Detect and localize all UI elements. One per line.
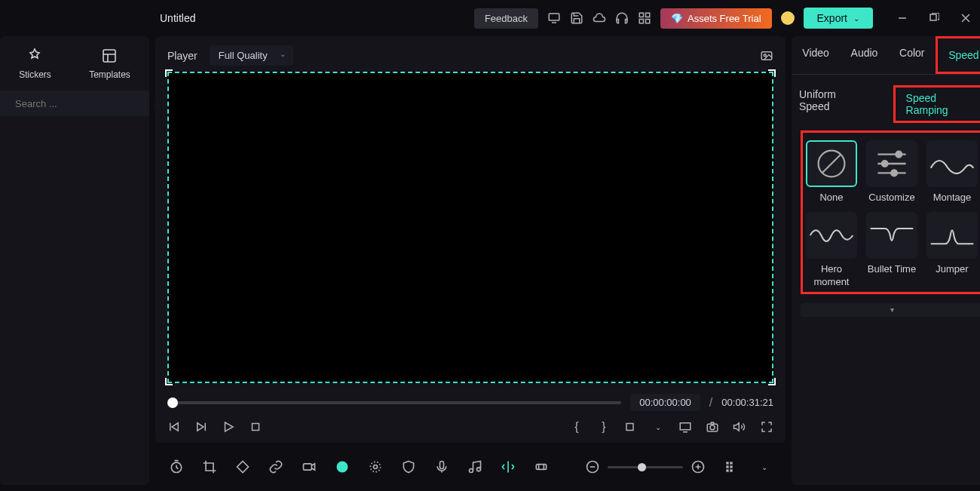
tab-video[interactable]: Video — [792, 36, 840, 74]
svg-rect-16 — [304, 464, 312, 470]
preset-label: Hero moment — [806, 263, 857, 289]
assets-trial-button[interactable]: 💎 Assets Free Trial — [660, 8, 772, 29]
handle-top-left[interactable] — [165, 69, 173, 77]
svg-point-33 — [891, 170, 897, 176]
handle-bottom-right[interactable] — [768, 378, 776, 385]
svg-point-18 — [374, 465, 378, 469]
preset-none[interactable]: None — [806, 140, 857, 204]
next-frame-icon[interactable] — [194, 420, 208, 434]
shield-icon[interactable] — [401, 459, 416, 474]
templates-icon — [100, 47, 118, 65]
sticker-icon — [26, 47, 44, 65]
preset-label: Customize — [868, 192, 914, 204]
search-input[interactable] — [15, 98, 142, 109]
export-label: Export — [817, 12, 847, 24]
none-icon — [806, 140, 857, 187]
volume-icon[interactable] — [733, 420, 746, 434]
mic-icon[interactable] — [434, 459, 449, 474]
svg-rect-11 — [626, 424, 633, 431]
tab-color[interactable]: Color — [889, 36, 935, 74]
sidebar-tab-templates[interactable]: Templates — [89, 47, 130, 80]
keyframe-icon[interactable] — [235, 459, 250, 474]
stop-icon[interactable] — [249, 420, 262, 434]
montage-icon — [926, 140, 978, 187]
subtab-uniform-speed[interactable]: Uniform Speed — [792, 85, 875, 123]
preset-label: None — [819, 192, 843, 204]
time-separator: / — [709, 396, 712, 410]
aspect-select-icon[interactable] — [624, 420, 638, 434]
display-icon[interactable] — [678, 420, 692, 434]
feedback-button[interactable]: Feedback — [474, 8, 538, 29]
svg-rect-21 — [536, 465, 546, 470]
preset-customize[interactable]: Customize — [866, 140, 917, 204]
chevron-down-icon: ⌄ — [280, 50, 286, 58]
monitor-icon[interactable] — [547, 11, 561, 25]
preset-montage[interactable]: Montage — [926, 140, 978, 204]
timeline-toolbar: ⌄ — [155, 449, 786, 485]
maximize-icon[interactable] — [929, 13, 939, 23]
search-row: ⋯ — [0, 91, 149, 116]
music-icon[interactable] — [467, 459, 482, 474]
svg-rect-20 — [440, 462, 444, 469]
chevron-down-icon[interactable]: ⌄ — [757, 459, 772, 474]
tab-audio[interactable]: Audio — [841, 36, 889, 74]
fullscreen-icon[interactable] — [760, 420, 773, 434]
minimize-icon[interactable] — [897, 13, 908, 23]
quality-select[interactable]: Full Quality ⌄ — [210, 45, 293, 66]
svg-rect-29 — [730, 469, 732, 471]
quality-value: Full Quality — [219, 50, 268, 61]
seek-bar[interactable] — [167, 401, 621, 404]
snapshot-icon[interactable] — [760, 49, 773, 63]
player-label: Player — [167, 50, 198, 62]
grid-view-icon[interactable] — [724, 459, 739, 474]
preset-label: Bullet Time — [868, 263, 916, 276]
svg-point-9 — [764, 54, 766, 56]
link-icon[interactable] — [268, 459, 283, 474]
subtab-speed-ramping[interactable]: Speed Ramping — [893, 85, 980, 123]
zoom-in-icon[interactable] — [691, 459, 706, 474]
close-icon[interactable] — [960, 13, 971, 23]
hero-icon — [806, 212, 857, 259]
sidebar-tab-stickers[interactable]: Stickers — [19, 47, 51, 80]
camera-rec-icon[interactable] — [302, 459, 317, 474]
marker-out-icon[interactable]: } — [597, 420, 611, 434]
ai-icon[interactable] — [335, 459, 350, 474]
adjust-icon[interactable] — [534, 459, 549, 474]
handle-top-right[interactable] — [768, 69, 776, 77]
templates-label: Templates — [89, 69, 130, 80]
seek-thumb[interactable] — [167, 397, 178, 408]
preset-hero-moment[interactable]: Hero moment — [806, 212, 857, 289]
svg-rect-1 — [639, 13, 643, 17]
preset-label: Jumper — [936, 263, 968, 276]
moon-icon[interactable] — [781, 11, 795, 25]
crop-icon[interactable] — [202, 459, 217, 474]
headphones-icon[interactable] — [615, 11, 629, 25]
preset-jumper[interactable]: Jumper — [926, 212, 978, 289]
top-bar: Untitled Feedback 💎 Assets Free Trial Ex… — [0, 0, 980, 36]
marker-in-icon[interactable]: { — [570, 420, 583, 434]
chevron-down-icon: ⌄ — [853, 14, 859, 23]
zoom-slider[interactable] — [608, 466, 683, 468]
save-icon[interactable] — [570, 11, 583, 25]
expand-presets[interactable]: ▾ — [801, 303, 980, 317]
handle-bottom-left[interactable] — [165, 378, 173, 385]
apps-icon[interactable] — [638, 11, 651, 25]
svg-rect-0 — [549, 14, 559, 20]
timer-icon[interactable] — [169, 459, 184, 474]
camera-icon[interactable] — [706, 420, 719, 434]
effects-icon[interactable] — [368, 459, 383, 474]
tab-speed[interactable]: Speed — [936, 36, 980, 74]
svg-rect-25 — [730, 462, 732, 464]
preset-bullet-time[interactable]: Bullet Time — [866, 212, 917, 289]
svg-rect-10 — [253, 424, 259, 431]
play-icon[interactable] — [222, 420, 235, 434]
prev-frame-icon[interactable] — [167, 420, 181, 434]
chevron-down-icon[interactable]: ⌄ — [651, 420, 665, 434]
split-icon[interactable] — [501, 459, 516, 474]
zoom-out-icon[interactable] — [585, 459, 600, 474]
preview-canvas[interactable] — [167, 72, 773, 383]
export-button[interactable]: Export ⌄ — [804, 8, 873, 29]
svg-rect-27 — [730, 465, 732, 468]
zoom-thumb[interactable] — [638, 463, 646, 471]
cloud-icon[interactable] — [593, 11, 606, 25]
